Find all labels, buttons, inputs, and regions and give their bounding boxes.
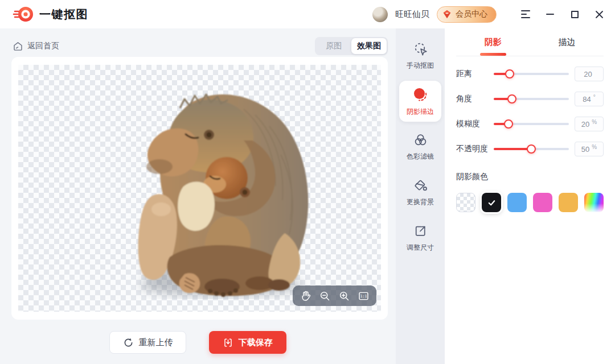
slider-thumb[interactable]: [504, 119, 513, 129]
maximize-icon[interactable]: [570, 10, 579, 19]
zoom-in-icon[interactable]: [338, 289, 351, 303]
distance-slider[interactable]: [494, 69, 569, 78]
window-controls: [521, 10, 604, 19]
tool-rail: 手动抠图 阴影描边 色彩滤镜 更换背景: [396, 28, 445, 364]
tool-label: 更换背景: [407, 197, 434, 207]
slider-row-blur: 模糊度 20%: [456, 117, 604, 131]
shadow-color-swatches: [456, 193, 604, 212]
blur-value[interactable]: 20%: [575, 117, 604, 131]
vip-center-button[interactable]: 会员中心: [437, 6, 497, 23]
canvas-card: 1:1: [11, 57, 388, 320]
slider-label: 不透明度: [456, 144, 494, 154]
slider-label: 距离: [456, 69, 494, 79]
reupload-label: 重新上传: [139, 337, 173, 348]
slider-thumb[interactable]: [507, 94, 516, 104]
tool-label: 手动抠图: [407, 61, 434, 71]
tab-shadow[interactable]: 阴影: [456, 28, 530, 56]
monkey-image: [136, 86, 319, 299]
blur-slider[interactable]: [494, 119, 569, 129]
download-save-label: 下载保存: [239, 337, 273, 348]
app-logo-icon: [13, 3, 34, 25]
actual-size-icon[interactable]: 1:1: [357, 289, 371, 303]
download-icon: [223, 337, 233, 348]
angle-slider[interactable]: [494, 94, 569, 104]
paint-bucket-icon: [413, 178, 428, 193]
home-icon: [13, 41, 23, 52]
tool-change-background[interactable]: 更换背景: [399, 172, 441, 213]
vip-center-label: 会员中心: [456, 9, 487, 19]
minimize-icon[interactable]: [546, 10, 555, 19]
tool-label: 调整尺寸: [407, 243, 434, 253]
reupload-button[interactable]: 重新上传: [109, 331, 186, 354]
back-home-label: 返回首页: [27, 41, 59, 51]
swatch-blue[interactable]: [507, 193, 527, 212]
swatch-orange[interactable]: [559, 193, 578, 212]
shadow-color-label: 阴影颜色: [456, 172, 604, 182]
slider-row-distance: 距离 20: [456, 67, 604, 81]
app-logo: 一键抠图: [13, 3, 88, 25]
check-icon: [487, 198, 496, 207]
color-filter-icon: [413, 133, 428, 148]
swatch-rainbow-picker[interactable]: [584, 193, 604, 212]
slider-label: 角度: [456, 94, 494, 104]
resize-icon: [413, 224, 428, 239]
panel-tabs: 阴影 描边: [456, 28, 604, 56]
tool-label: 阴影描边: [407, 107, 434, 117]
zoom-out-icon[interactable]: [318, 289, 331, 303]
username: 旺旺仙贝: [395, 9, 429, 20]
slider-row-angle: 角度 84°: [456, 92, 604, 106]
tool-shadow-stroke[interactable]: 阴影描边: [399, 81, 441, 122]
swatch-pink[interactable]: [533, 193, 552, 212]
tool-resize[interactable]: 调整尺寸: [399, 217, 441, 258]
back-home-button[interactable]: 返回首页: [13, 41, 59, 52]
workspace: 返回首页 原图 效果图: [0, 28, 396, 364]
download-save-button[interactable]: 下载保存: [209, 331, 286, 354]
refresh-icon: [123, 337, 134, 348]
distance-value[interactable]: 20: [575, 67, 604, 81]
opacity-value[interactable]: 50%: [575, 142, 604, 156]
swatch-transparent[interactable]: [456, 193, 475, 212]
tool-color-filter[interactable]: 色彩滤镜: [399, 126, 441, 167]
gem-icon: [442, 9, 452, 19]
view-toggle: 原图 效果图: [315, 37, 388, 55]
toggle-effect[interactable]: 效果图: [351, 38, 387, 54]
svg-text:1:1: 1:1: [360, 294, 367, 299]
app-name: 一键抠图: [39, 7, 88, 22]
menu-icon[interactable]: [521, 10, 530, 19]
angle-value[interactable]: 84°: [575, 92, 604, 106]
tab-stroke[interactable]: 描边: [530, 28, 604, 56]
slider-label: 模糊度: [456, 119, 494, 129]
close-icon[interactable]: [594, 10, 604, 19]
swatch-black-selected[interactable]: [482, 193, 501, 212]
user-avatar[interactable]: [372, 7, 388, 22]
opacity-slider[interactable]: [494, 144, 569, 154]
tool-manual-cutout[interactable]: 手动抠图: [399, 35, 441, 76]
lasso-cursor-icon: [413, 42, 428, 57]
toggle-original[interactable]: 原图: [316, 38, 351, 54]
title-bar: 一键抠图 旺旺仙贝 会员中心: [0, 0, 615, 28]
pan-hand-icon[interactable]: [298, 289, 312, 303]
slider-row-opacity: 不透明度 50%: [456, 142, 604, 156]
slider-thumb[interactable]: [527, 144, 536, 154]
canvas-toolbar: 1:1: [293, 286, 376, 306]
settings-panel: 阴影 描边 距离 20 角度 84° 模糊度: [445, 28, 615, 364]
slider-thumb[interactable]: [505, 69, 514, 78]
shadow-circle-icon: [412, 86, 429, 103]
tool-label: 色彩滤镜: [407, 152, 434, 162]
